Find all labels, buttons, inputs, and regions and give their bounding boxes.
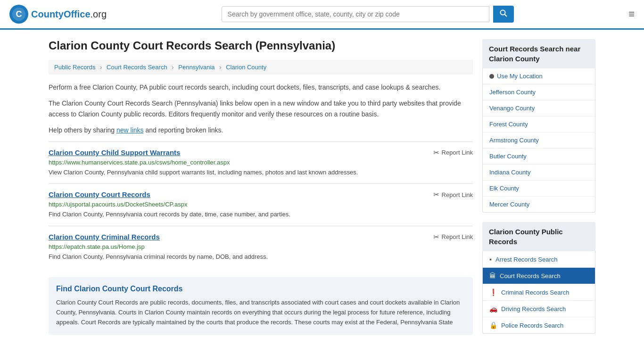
logo-text: CountyOffice.org: [31, 9, 107, 20]
link-entry-1: Clarion County Court Records ✂ Report Li…: [49, 183, 473, 226]
nearby-county-link-6[interactable]: Elk County: [489, 185, 519, 192]
report-link-label-0: Report Link: [442, 149, 473, 156]
svg-text:C: C: [16, 9, 22, 19]
pubrecord-link-2[interactable]: Criminal Records Search: [501, 289, 570, 296]
public-records-section: Clarion County Public Records ▪ Arrest R…: [482, 222, 595, 334]
pubrecord-icon-0: ▪: [489, 255, 492, 263]
link-entry-2: Clarion County Criminal Records ✂ Report…: [49, 226, 473, 268]
nearby-county-link-0[interactable]: Jefferson County: [489, 89, 536, 96]
report-icon-1: ✂: [433, 190, 439, 199]
pubrecord-item-2[interactable]: ❗ Criminal Records Search: [483, 284, 595, 301]
link-url-1[interactable]: https://ujsportal.pacourts.us/DocketShee…: [49, 201, 473, 208]
link-title-1[interactable]: Clarion County Court Records: [49, 190, 150, 198]
report-link-btn-2[interactable]: ✂ Report Link: [433, 233, 473, 241]
find-section: Find Clarion County Court Records Clario…: [49, 277, 473, 335]
nearby-county-6[interactable]: Elk County: [483, 181, 595, 197]
report-link-btn-1[interactable]: ✂ Report Link: [433, 190, 473, 199]
report-link-label-1: Report Link: [442, 191, 473, 198]
link-url-2[interactable]: https://epatch.state.pa.us/Home.jsp: [49, 243, 473, 250]
link-title-0[interactable]: Clarion County Child Support Warrants: [49, 148, 180, 156]
nearby-header: Court Records Search near Clarion County: [482, 39, 595, 68]
logo-area[interactable]: C CountyOffice.org: [9, 5, 107, 24]
nearby-counties: Jefferson CountyVenango CountyForest Cou…: [483, 84, 595, 212]
pubrecord-icon-2: ❗: [489, 288, 497, 296]
nearby-county-link-3[interactable]: Armstrong County: [489, 137, 539, 144]
logo-icon: C: [9, 5, 28, 24]
description-2: The Clarion County Court Records Search …: [49, 98, 473, 119]
breadcrumb-link-court-records[interactable]: Court Records Search: [107, 64, 167, 71]
breadcrumb-sep-1: ›: [100, 64, 102, 71]
new-links-link[interactable]: new links: [116, 126, 144, 134]
pubrecord-link-1[interactable]: Court Records Search: [500, 272, 561, 280]
pubrecord-link-4[interactable]: Police Records Search: [501, 322, 563, 329]
nearby-county-link-4[interactable]: Butler County: [489, 153, 527, 160]
content-area: Clarion County Court Records Search (Pen…: [49, 39, 473, 343]
nearby-county-0[interactable]: Jefferson County: [483, 84, 595, 100]
pubrecord-item-3[interactable]: 🚗 Driving Records Search: [483, 301, 595, 317]
nearby-county-link-5[interactable]: Indiana County: [489, 169, 530, 176]
description-1: Perform a free Clarion County, PA public…: [49, 82, 473, 92]
location-icon: [489, 74, 494, 79]
nearby-section: Court Records Search near Clarion County…: [482, 39, 595, 213]
breadcrumb-link-clarion[interactable]: Clarion County: [226, 64, 266, 71]
report-icon-0: ✂: [433, 148, 439, 157]
nearby-county-link-2[interactable]: Forest County: [489, 121, 528, 128]
nearby-county-link-7[interactable]: Mercer County: [489, 201, 529, 208]
pubrecord-item-0[interactable]: ▪ Arrest Records Search: [483, 251, 595, 268]
pubrecord-link-0[interactable]: Arrest Records Search: [495, 256, 558, 263]
breadcrumb-sep-2: ›: [172, 64, 173, 71]
search-area: [222, 6, 514, 23]
svg-line-4: [504, 15, 507, 17]
description-3: Help others by sharing new links and rep…: [49, 125, 473, 135]
pubrecord-icon-4: 🔒: [489, 321, 497, 329]
nearby-county-2[interactable]: Forest County: [483, 116, 595, 132]
breadcrumb: Public Records › Court Records Search › …: [49, 60, 473, 74]
hamburger-menu[interactable]: ≡: [628, 8, 635, 20]
link-entry-0: Clarion County Child Support Warrants ✂ …: [49, 141, 473, 184]
link-desc-1: Find Clarion County, Pennsylvania court …: [49, 210, 473, 219]
link-url-0[interactable]: https://www.humanservices.state.pa.us/cs…: [49, 159, 473, 166]
breadcrumb-link-pennsylvania[interactable]: Pennsylvania: [178, 64, 215, 71]
use-my-location[interactable]: Use My Location: [483, 68, 595, 84]
pubrecord-item-1[interactable]: 🏛 Court Records Search: [483, 268, 595, 284]
pubrecord-icon-3: 🚗: [489, 305, 497, 313]
nearby-county-3[interactable]: Armstrong County: [483, 132, 595, 148]
main-container: Clarion County Court Records Search (Pen…: [39, 30, 605, 353]
search-button[interactable]: [493, 6, 514, 23]
svg-point-3: [500, 10, 505, 15]
public-records-header: Clarion County Public Records: [482, 222, 595, 251]
search-icon: [500, 9, 507, 17]
find-section-title: Find Clarion County Court Records: [56, 285, 465, 293]
report-icon-2: ✂: [433, 233, 439, 241]
pubrecord-icon-1: 🏛: [489, 272, 496, 280]
link-desc-2: Find Clarion County, Pennsylvania crimin…: [49, 252, 473, 262]
find-section-desc: Clarion County Court Records are public …: [56, 298, 465, 327]
header: C CountyOffice.org ≡: [0, 0, 644, 30]
page-title: Clarion County Court Records Search (Pen…: [49, 39, 473, 52]
nearby-county-4[interactable]: Butler County: [483, 148, 595, 165]
report-link-label-2: Report Link: [442, 233, 473, 240]
pubrecord-item-4[interactable]: 🔒 Police Records Search: [483, 317, 595, 333]
nearby-county-5[interactable]: Indiana County: [483, 165, 595, 181]
links-container: Clarion County Child Support Warrants ✂ …: [49, 141, 473, 268]
breadcrumb-link-public-records[interactable]: Public Records: [54, 64, 95, 71]
nearby-county-7[interactable]: Mercer County: [483, 197, 595, 212]
sidebar: Court Records Search near Clarion County…: [482, 39, 595, 343]
pubrecord-link-3[interactable]: Driving Records Search: [501, 305, 566, 313]
nearby-county-link-1[interactable]: Venango County: [489, 105, 535, 112]
link-title-2[interactable]: Clarion County Criminal Records: [49, 233, 160, 241]
link-desc-0: View Clarion County, Pennsylvania child …: [49, 168, 473, 177]
public-records-list: ▪ Arrest Records Search 🏛 Court Records …: [482, 251, 595, 334]
report-link-btn-0[interactable]: ✂ Report Link: [433, 148, 473, 157]
breadcrumb-sep-3: ›: [219, 64, 221, 71]
nearby-list: Use My Location Jefferson CountyVenango …: [482, 68, 595, 213]
search-input[interactable]: [222, 6, 489, 22]
nearby-county-1[interactable]: Venango County: [483, 100, 595, 116]
